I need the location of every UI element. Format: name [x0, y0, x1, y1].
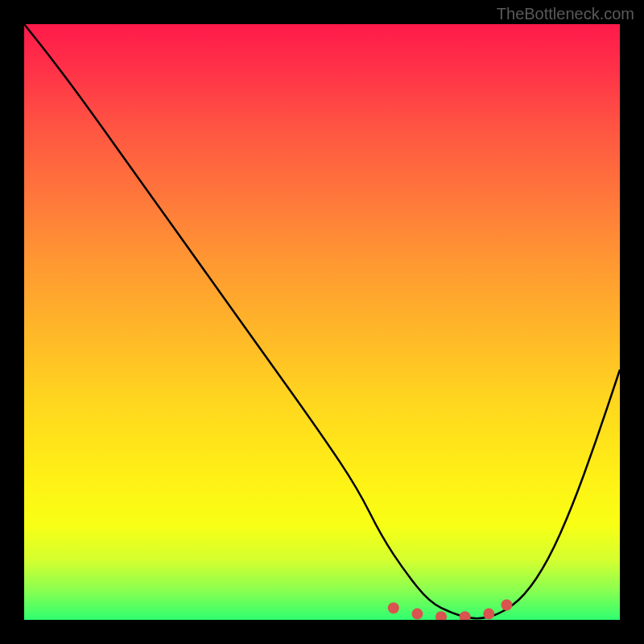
- marker-dot: [411, 609, 423, 620]
- marker-dot: [460, 611, 471, 620]
- marker-dot: [388, 602, 399, 613]
- marker-group: [388, 600, 513, 621]
- chart-svg: [24, 24, 620, 620]
- plot-area: [24, 24, 620, 620]
- marker-dot: [436, 611, 447, 620]
- marker-dot: [483, 609, 494, 620]
- marker-dot: [501, 600, 512, 611]
- bottleneck-curve-line: [24, 24, 620, 618]
- watermark-text: TheBottleneck.com: [497, 5, 634, 23]
